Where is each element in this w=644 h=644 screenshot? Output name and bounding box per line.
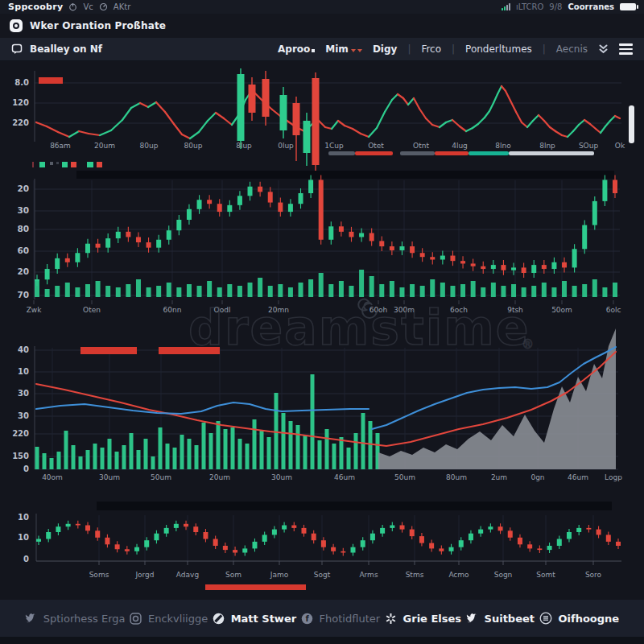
bottom-strip xyxy=(0,637,644,644)
status-item: AKtr xyxy=(114,2,130,11)
svg-text:50um: 50um xyxy=(394,473,415,481)
knot-icon xyxy=(385,613,397,625)
battery-label: Coorranes xyxy=(568,2,614,11)
svg-text:Zwk: Zwk xyxy=(27,306,43,314)
footer-item-matt-stwer[interactable]: Matt Stwer xyxy=(213,613,296,625)
nav-item-aecnis[interactable]: Aecnis xyxy=(556,43,588,55)
svg-text:10: 10 xyxy=(18,533,29,542)
divider: | xyxy=(543,43,546,55)
footer-item-oifhoogne[interactable]: Oifhoogne xyxy=(539,612,620,625)
svg-text:220: 220 xyxy=(12,429,29,438)
signal-bars-icon xyxy=(502,3,510,10)
watermark: dreamstime® xyxy=(188,299,534,356)
svg-text:50um: 50um xyxy=(151,473,171,481)
power-icon xyxy=(68,2,77,11)
vertical-scrollbar[interactable] xyxy=(629,105,634,143)
caret-down-icons xyxy=(351,49,362,52)
svg-text:1Cup: 1Cup xyxy=(324,142,344,150)
svg-text:2um: 2um xyxy=(491,473,507,481)
dot-icon xyxy=(312,49,315,52)
ratio-label: 9/8 xyxy=(549,2,562,11)
svg-text:Arms: Arms xyxy=(359,571,378,579)
svg-text:20: 20 xyxy=(17,266,29,276)
nav-item-aproo[interactable]: Aproo xyxy=(278,43,315,55)
svg-text:Adavg: Adavg xyxy=(176,571,199,579)
svg-text:Jorgd: Jorgd xyxy=(134,571,154,579)
svg-text:Otnt: Otnt xyxy=(413,142,429,150)
svg-text:50om: 50om xyxy=(551,306,572,314)
svg-text:10: 10 xyxy=(18,367,29,376)
nav-bar: Bealley on Nf Aproo Mim Digy | Frco | Po… xyxy=(0,38,644,61)
svg-text:80up: 80up xyxy=(140,142,159,150)
svg-text:®: ® xyxy=(522,337,534,352)
svg-text:Acmo: Acmo xyxy=(448,571,469,579)
title-bar: Wker Orantion Proßhate xyxy=(0,14,644,38)
top-chart: 8.012022086am20um80up80up8lup0lup1CupOte… xyxy=(12,68,634,172)
svg-text:60: 60 xyxy=(17,246,29,255)
svg-text:dreamstime: dreamstime xyxy=(188,299,530,356)
svg-text:70: 70 xyxy=(17,290,29,299)
charts-area: 8.012022086am20um80up80up8lup0lup1CupOte… xyxy=(0,61,644,600)
bottom-chart: 10100SomsJorgdAdavgSomJamoSogtArmsStmsAc… xyxy=(18,502,621,590)
menu-icon[interactable] xyxy=(619,43,633,55)
nav-item-mim[interactable]: Mim xyxy=(325,43,362,55)
symbol-label: Bealley on Nf xyxy=(30,43,102,55)
svg-text:30: 30 xyxy=(17,205,29,215)
status-bar: Sppcoobry Vc AKtr ıLTCRO 9/8 Coorranes xyxy=(0,0,644,14)
nav-item-ponderltumes[interactable]: Ponderltumes xyxy=(465,43,532,55)
svg-text:Otet: Otet xyxy=(368,142,384,150)
svg-text:40om: 40om xyxy=(42,473,63,481)
svg-text:Som: Som xyxy=(225,571,242,579)
svg-text:120: 120 xyxy=(12,98,29,107)
svg-text:220: 220 xyxy=(12,118,29,127)
footer-item-grie-elses[interactable]: Grie Elses xyxy=(385,613,462,625)
svg-text:86am: 86am xyxy=(50,142,71,150)
svg-text:SOup: SOup xyxy=(579,142,599,150)
svg-text:20: 20 xyxy=(17,184,29,193)
svg-text:10: 10 xyxy=(18,513,29,522)
svg-text:46um: 46um xyxy=(334,473,355,481)
footer-item-sptiorhess[interactable]: Sptiorhess Erga xyxy=(25,613,126,625)
svg-text:Soro: Soro xyxy=(585,571,602,579)
svg-text:30: 30 xyxy=(18,411,29,420)
svg-text:80um: 80um xyxy=(446,473,467,481)
svg-text:20um: 20um xyxy=(209,473,230,481)
svg-text:80: 80 xyxy=(17,224,29,233)
svg-text:30: 30 xyxy=(18,389,29,398)
svg-text:150: 150 xyxy=(12,452,29,460)
charts-canvas[interactable]: 8.012022086am20um80up80up8lup0lup1CupOte… xyxy=(0,61,644,600)
svg-text:Stms: Stms xyxy=(406,571,424,579)
svg-text:8lup: 8lup xyxy=(236,142,252,150)
app-title: Wker Orantion Proßhate xyxy=(30,20,166,31)
symbol-selector[interactable]: Bealley on Nf xyxy=(11,43,102,55)
status-item: Vc xyxy=(83,2,93,11)
svg-text:0: 0 xyxy=(23,464,29,473)
svg-text:Sogt: Sogt xyxy=(314,571,331,579)
divider: | xyxy=(452,43,455,55)
svg-text:Logp: Logp xyxy=(605,473,622,481)
footer-bar: Sptiorhess Erga Enckvliigge Matt Stwer f… xyxy=(0,600,644,637)
nav-item-digy[interactable]: Digy xyxy=(373,43,398,55)
svg-text:8lno: 8lno xyxy=(495,142,511,150)
svg-text:6olc: 6olc xyxy=(606,306,621,314)
footer-item-suitbeet[interactable]: Suitbeet xyxy=(466,613,535,625)
divider: | xyxy=(407,43,411,55)
chevron-double-down-icon[interactable] xyxy=(598,43,609,55)
svg-text:Oten: Oten xyxy=(83,306,101,314)
svg-text:4lug: 4lug xyxy=(452,142,468,150)
disc-icon xyxy=(213,613,225,625)
nav-item-frco[interactable]: Frco xyxy=(421,43,441,55)
svg-text:Sogn: Sogn xyxy=(494,571,513,579)
svg-text:0: 0 xyxy=(23,555,29,564)
svg-text:Ok: Ok xyxy=(615,142,625,150)
svg-text:Soms: Soms xyxy=(89,571,109,579)
footer-item-fhotidfluter[interactable]: f Fhotidfluter xyxy=(301,613,381,625)
menu-circle-icon xyxy=(539,612,552,625)
chat-icon xyxy=(11,43,23,55)
svg-text:80up: 80up xyxy=(184,142,203,150)
svg-text:20um: 20um xyxy=(94,142,115,150)
svg-text:0gn: 0gn xyxy=(530,473,544,481)
twitter-icon xyxy=(466,613,478,624)
app-icon xyxy=(10,19,23,32)
footer-item-enckvliigge[interactable]: Enckvliigge xyxy=(130,613,208,625)
